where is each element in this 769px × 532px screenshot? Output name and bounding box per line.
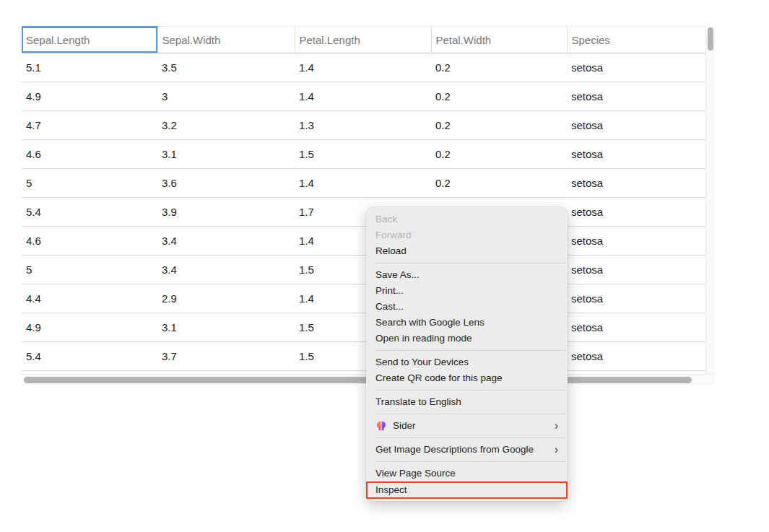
table-cell: 3.2: [157, 111, 295, 140]
menu-separator: [375, 350, 565, 351]
column-header-sepal-length[interactable]: Sepal.Length: [22, 27, 157, 53]
table-cell: 3.7: [157, 342, 295, 371]
table-cell: setosa: [567, 284, 705, 313]
table-cell: 3.6: [157, 169, 295, 198]
table-cell: setosa: [567, 53, 705, 82]
column-header-sepal-width[interactable]: Sepal.Width: [157, 27, 295, 53]
menu-item-reload[interactable]: Reload: [366, 243, 568, 259]
sider-brain-icon: [375, 420, 387, 432]
table-cell: 1.4: [295, 82, 431, 111]
table-cell: 1.4: [295, 53, 431, 82]
table-cell: 3.1: [157, 313, 295, 342]
table-row: 4.63.41.4setosa: [22, 227, 705, 256]
table-cell: 0.2: [431, 82, 567, 111]
menu-item-send-to-your-devices[interactable]: Send to Your Devices: [366, 354, 568, 370]
menu-item-sider[interactable]: Sider›: [366, 418, 568, 434]
table-row: 4.63.11.50.2setosa: [22, 140, 705, 169]
table-cell: 0.2: [431, 111, 567, 140]
table-row: 5.43.91.7setosa: [22, 198, 705, 227]
menu-item-forward[interactable]: Forward: [366, 227, 568, 243]
table-cell: 5: [22, 169, 157, 198]
table-cell: 3.1: [157, 140, 295, 169]
table-cell: 3.4: [157, 227, 295, 256]
menu-item-label: Send to Your Devices: [375, 354, 558, 370]
table-cell: setosa: [567, 342, 705, 371]
menu-item-open-in-reading-mode[interactable]: Open in reading mode: [366, 331, 568, 346]
table-cell: 0.2: [431, 140, 567, 169]
iris-table: Sepal.LengthSepal.WidthPetal.LengthPetal…: [22, 26, 705, 371]
table-row: 53.41.5setosa: [22, 256, 705, 284]
context-menu: BackForwardReloadSave As...Print...Cast.…: [366, 207, 568, 501]
menu-item-label: Inspect: [375, 483, 558, 497]
menu-item-label: Cast...: [375, 299, 558, 315]
table-cell: setosa: [567, 169, 705, 198]
table-cell: 4.6: [22, 140, 157, 169]
menu-item-cast[interactable]: Cast...: [366, 299, 568, 315]
menu-separator: [375, 263, 565, 263]
menu-item-label: Save As...: [375, 267, 558, 283]
table-cell: 3.9: [157, 198, 295, 227]
menu-item-save-as[interactable]: Save As...: [366, 267, 568, 283]
menu-separator: [375, 390, 565, 391]
table-cell: 4.4: [22, 284, 157, 313]
column-header-petal-length[interactable]: Petal.Length: [295, 27, 431, 53]
table-row: 5.43.71.5setosa: [22, 342, 705, 371]
table-cell: setosa: [567, 111, 705, 140]
menu-item-create-qr-code-for-this-page[interactable]: Create QR code for this page: [366, 370, 568, 386]
menu-item-inspect[interactable]: Inspect: [366, 481, 568, 499]
table-row: 4.42.91.4setosa: [22, 284, 705, 313]
menu-separator: [375, 461, 565, 462]
menu-item-label: Create QR code for this page: [375, 370, 558, 386]
column-header-species[interactable]: Species: [567, 27, 705, 53]
table-cell: setosa: [567, 198, 705, 227]
chevron-right-icon: ›: [555, 442, 558, 458]
table-cell: 3: [157, 82, 295, 111]
table-cell: 5.4: [22, 198, 157, 227]
menu-item-search-with-google-lens[interactable]: Search with Google Lens: [366, 315, 568, 331]
menu-separator: [375, 414, 565, 414]
menu-item-view-page-source[interactable]: View Page Source: [366, 466, 568, 481]
table-cell: 0.2: [431, 53, 567, 82]
menu-item-label: Sider: [393, 418, 549, 434]
menu-item-label: Translate to English: [375, 394, 558, 410]
menu-item-label: Print...: [375, 283, 558, 299]
column-header-petal-width[interactable]: Petal.Width: [431, 27, 567, 53]
menu-item-label: Back: [375, 212, 558, 227]
menu-item-translate-to-english[interactable]: Translate to English: [366, 394, 568, 410]
table-cell: setosa: [567, 256, 705, 284]
table-cell: 1.5: [295, 140, 431, 169]
table-row: 4.93.11.5setosa: [22, 313, 705, 342]
table-cell: 0.2: [431, 169, 567, 198]
table-cell: setosa: [567, 140, 705, 169]
table-row: 5.13.51.40.2setosa: [22, 53, 705, 82]
table-cell: 5: [22, 256, 157, 284]
data-table-region: Sepal.LengthSepal.WidthPetal.LengthPetal…: [22, 26, 705, 371]
table-cell: 3.4: [157, 256, 295, 284]
menu-item-print[interactable]: Print...: [366, 283, 568, 299]
menu-item-label: View Page Source: [375, 466, 558, 481]
table-header-row: Sepal.LengthSepal.WidthPetal.LengthPetal…: [22, 27, 705, 53]
menu-item-label: Search with Google Lens: [375, 315, 558, 331]
table-row: 4.73.21.30.2setosa: [22, 111, 705, 140]
table-cell: 4.6: [22, 227, 157, 256]
vertical-scrollbar[interactable]: [705, 26, 716, 374]
menu-item-back[interactable]: Back: [366, 212, 568, 227]
table-cell: 1.4: [295, 169, 431, 198]
table-cell: 3.5: [157, 53, 295, 82]
horizontal-scrollbar-thumb[interactable]: [24, 377, 692, 383]
menu-item-get-image-descriptions-from-google[interactable]: Get Image Descriptions from Google›: [366, 442, 568, 458]
table-row: 4.931.40.2setosa: [22, 82, 705, 111]
table-cell: 5.1: [22, 53, 157, 82]
table-cell: setosa: [567, 82, 705, 111]
table-cell: 4.9: [22, 82, 157, 111]
table-cell: 5.4: [22, 342, 157, 371]
menu-separator: [375, 437, 565, 438]
menu-item-label: Get Image Descriptions from Google: [375, 442, 549, 458]
table-cell: setosa: [567, 227, 705, 256]
vertical-scrollbar-thumb[interactable]: [708, 27, 713, 51]
table-cell: 4.9: [22, 313, 157, 342]
menu-item-label: Forward: [375, 227, 558, 243]
table-cell: 1.3: [295, 111, 431, 140]
menu-item-label: Reload: [375, 243, 558, 259]
chevron-right-icon: ›: [555, 418, 558, 434]
